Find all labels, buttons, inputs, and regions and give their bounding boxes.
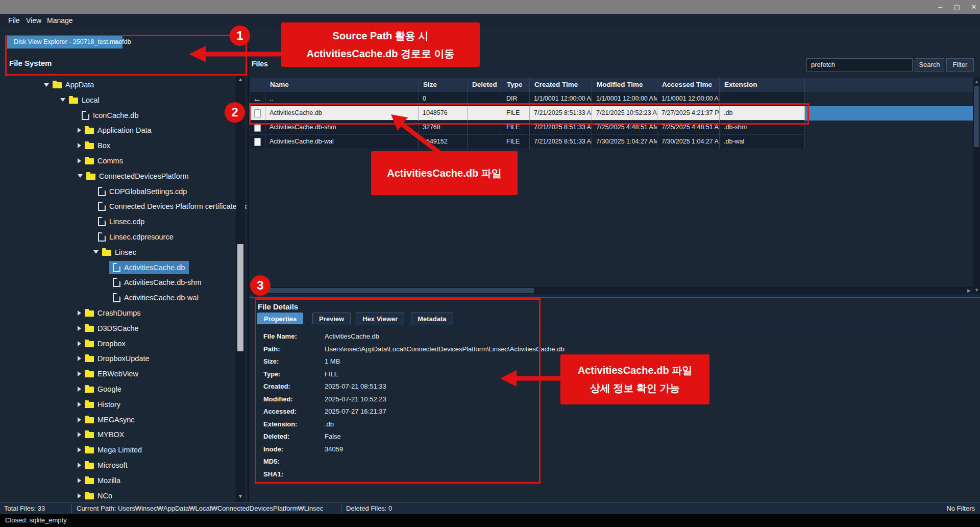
chevron-right-icon[interactable] xyxy=(78,341,81,346)
tree-item-crashdumps[interactable]: CrashDumps xyxy=(0,306,236,320)
menu-bar: FileViewManage xyxy=(0,14,980,27)
tree-item-microsoft[interactable]: Microsoft xyxy=(0,459,236,472)
tree-item-google[interactable]: Google xyxy=(0,382,236,396)
tree-item-local[interactable]: Local xyxy=(0,93,236,107)
tree-item-dropboxupdate[interactable]: DropboxUpdate xyxy=(0,352,236,365)
chevron-right-icon[interactable] xyxy=(78,493,81,498)
tree-item-connected-devices-platform-certificates-sst[interactable]: Connected Devices Platform certificates.… xyxy=(0,200,236,213)
property-row-accessed: Accessed:2025-07-27 16:21:37 xyxy=(263,406,386,416)
tree-item-appdata[interactable]: AppData xyxy=(0,78,236,91)
back-arrow-icon: ← xyxy=(253,92,262,106)
chevron-down-icon[interactable] xyxy=(60,98,65,102)
tree-scrollbar[interactable]: ▲ ▼ xyxy=(236,75,245,502)
chevron-right-icon[interactable] xyxy=(78,128,81,133)
tree-item-activitiescache-db[interactable]: ActivitiesCache.db xyxy=(0,261,236,274)
scroll-down-icon[interactable]: ▼ xyxy=(238,493,243,499)
column-header-accessed-time[interactable]: Accessed Time xyxy=(657,78,720,92)
chevron-right-icon[interactable] xyxy=(78,447,81,452)
tree-item-mybox[interactable]: MYBOX xyxy=(0,428,236,441)
column-header-created-time[interactable]: Created Time xyxy=(530,78,592,92)
column-header-name[interactable]: Name xyxy=(265,78,419,92)
property-label: Size: xyxy=(263,357,325,365)
close-button[interactable]: ✕ xyxy=(967,2,980,12)
maximize-button[interactable]: ▢ xyxy=(950,2,964,12)
column-header-deleted[interactable]: Deleted xyxy=(468,78,502,92)
file-row-activitiescache-db-wal[interactable]: ActivitiesCache.db-wal1549152FILE7/21/20… xyxy=(250,135,805,149)
menu-item-file[interactable]: File xyxy=(5,14,23,27)
chevron-right-icon[interactable] xyxy=(78,143,81,148)
property-value: 2025-07-21 10:52:23 xyxy=(325,395,386,403)
tree-item-cdpglobalsettings-cdp[interactable]: CDPGlobalSettings.cdp xyxy=(0,185,236,198)
tree-item-nco[interactable]: NCo xyxy=(0,489,236,502)
tree-item-activitiescache-db-shm[interactable]: ActivitiesCache.db-shm xyxy=(0,276,236,289)
tree-item-box[interactable]: Box xyxy=(0,139,236,152)
document-tab-label: Disk View Explorer - 250718_test.maefdb xyxy=(14,36,131,49)
folder-icon xyxy=(85,447,94,453)
file-row-activitiescache-db-shm[interactable]: ActivitiesCache.db-shm32768FILE7/21/2025… xyxy=(250,121,805,135)
chevron-right-icon[interactable] xyxy=(78,158,81,163)
scroll-up-icon[interactable]: ▲ xyxy=(238,77,243,82)
tree-item-mega-limited[interactable]: Mega Limited xyxy=(0,443,236,457)
menu-item-view[interactable]: View xyxy=(23,14,44,27)
chevron-right-icon[interactable] xyxy=(78,310,81,316)
details-tab-metadata[interactable]: Metadata xyxy=(411,313,453,324)
tree-item-activitiescache-db-wal[interactable]: ActivitiesCache.db-wal xyxy=(0,291,236,304)
table-vertical-scrollbar[interactable]: ▲ ▼ xyxy=(973,78,980,294)
chevron-right-icon[interactable] xyxy=(78,478,81,483)
tree-item-linsec[interactable]: Linsec xyxy=(0,246,236,259)
minimize-button[interactable]: – xyxy=(933,2,947,12)
tree-item-iconcache-db[interactable]: IconCache.db xyxy=(0,109,236,122)
property-label: MD5: xyxy=(263,458,325,465)
tree-item-linsec-cdp[interactable]: Linsec.cdp xyxy=(0,215,236,228)
file-row-parent[interactable]: ←..0DIR1/1/0001 12:00:00 AM1/1/0001 12:0… xyxy=(250,92,805,106)
chevron-down-icon[interactable] xyxy=(93,250,99,254)
column-header-type[interactable]: Type xyxy=(502,78,530,92)
tree-item-connecteddevicesplatform[interactable]: ConnectedDevicesPlatform xyxy=(0,170,236,183)
chevron-right-icon[interactable] xyxy=(78,402,81,407)
property-row-created: Created:2025-07-21 08:51:33 xyxy=(263,381,386,391)
tree-item-linsec-cdpresource[interactable]: Linsec.cdpresource xyxy=(0,230,236,244)
annotation-rect-3 xyxy=(255,298,541,484)
details-tab-properties[interactable]: Properties xyxy=(257,313,303,324)
property-value: Users\insec\AppData\Local\ConnectedDevic… xyxy=(325,345,565,353)
chevron-down-icon[interactable] xyxy=(44,83,49,87)
tree-item-mozilla[interactable]: Mozilla xyxy=(0,474,236,487)
callout-1-line-1: Source Path 활용 시 xyxy=(333,29,429,43)
chevron-right-icon[interactable] xyxy=(78,387,81,392)
property-value: 2025-07-21 08:51:33 xyxy=(325,382,386,390)
details-tab-preview[interactable]: Preview xyxy=(312,313,351,324)
tab-close-icon[interactable]: × xyxy=(114,36,118,49)
chevron-right-icon[interactable] xyxy=(78,356,81,361)
filter-button[interactable]: Filter xyxy=(946,58,974,71)
menu-item-manage[interactable]: Manage xyxy=(44,14,76,27)
search-button[interactable]: Search xyxy=(915,58,944,71)
table-horizontal-scrollbar[interactable]: ◀ ▶ xyxy=(250,287,973,294)
column-header-extension[interactable]: Extension xyxy=(720,78,805,92)
tree-item-history[interactable]: History xyxy=(0,398,236,411)
cell-deleted xyxy=(468,135,502,149)
tree-scrollbar-thumb[interactable] xyxy=(237,244,243,351)
file-row-activitiescache-db[interactable]: ActivitiesCache.db1048576FILE7/21/2025 8… xyxy=(250,106,805,121)
tree-item-comms[interactable]: Comms xyxy=(0,154,236,167)
panel-divider[interactable] xyxy=(248,49,249,502)
status-segment-1: Current Path: Users₩insec₩AppData₩Local₩… xyxy=(77,502,323,514)
tree-item-ebwebview[interactable]: EBWebView xyxy=(0,367,236,380)
chevron-right-icon[interactable] xyxy=(78,371,81,376)
tree-item-application-data[interactable]: Application Data xyxy=(0,124,236,137)
search-input[interactable]: prefetch xyxy=(806,58,913,71)
column-header-size[interactable]: Size xyxy=(419,78,468,92)
tree-item-megasync[interactable]: MEGAsync xyxy=(0,413,236,426)
property-value: 1 MB xyxy=(325,357,340,365)
chevron-down-icon[interactable] xyxy=(78,174,83,178)
chevron-right-icon[interactable] xyxy=(78,326,81,331)
chevron-right-icon[interactable] xyxy=(78,463,81,468)
document-tab[interactable]: Disk View Explorer - 250718_test.maefdb … xyxy=(7,36,122,49)
details-tab-hex-viewer[interactable]: Hex Viewer xyxy=(356,313,404,324)
cell-created: 7/21/2025 8:51:33 AM xyxy=(530,106,592,121)
column-header-modified-time[interactable]: Modified Time xyxy=(592,78,657,92)
cell-size: 1048576 xyxy=(419,106,468,121)
chevron-right-icon[interactable] xyxy=(78,417,81,422)
tree-item-dropbox[interactable]: Dropbox xyxy=(0,337,236,350)
chevron-right-icon[interactable] xyxy=(78,432,81,437)
tree-item-d3dscache[interactable]: D3DSCache xyxy=(0,322,236,335)
